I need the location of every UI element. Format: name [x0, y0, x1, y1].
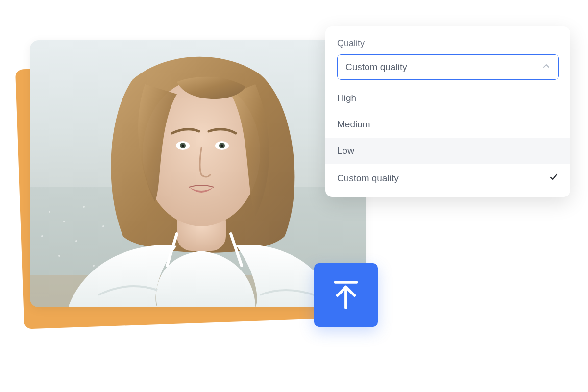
svg-point-7	[102, 225, 104, 227]
quality-label: Quality	[337, 38, 559, 49]
upload-button[interactable]	[314, 263, 378, 327]
quality-options: High Medium Low Custom quality	[325, 85, 570, 192]
svg-point-6	[75, 240, 77, 242]
upload-to-top-icon	[332, 279, 360, 311]
quality-select[interactable]: Custom quality	[337, 54, 559, 80]
svg-point-18	[221, 145, 223, 147]
svg-point-8	[58, 255, 60, 257]
option-label: Medium	[337, 119, 370, 130]
chevron-up-icon	[542, 62, 550, 73]
check-icon	[549, 172, 559, 184]
svg-point-5	[41, 235, 43, 237]
svg-point-3	[63, 220, 65, 222]
svg-point-17	[182, 145, 184, 147]
svg-point-2	[49, 211, 50, 213]
svg-point-4	[83, 206, 85, 208]
option-label: Low	[337, 146, 354, 156]
quality-option-high[interactable]: High	[325, 85, 570, 111]
option-label: High	[337, 93, 356, 103]
option-label: Custom quality	[337, 173, 399, 184]
quality-panel: Quality Custom quality High Medium Low C	[325, 26, 570, 197]
quality-option-low[interactable]: Low	[325, 138, 570, 164]
svg-point-9	[93, 265, 95, 267]
quality-option-medium[interactable]: Medium	[325, 111, 570, 138]
quality-select-value: Custom quality	[345, 62, 407, 73]
quality-option-custom[interactable]: Custom quality	[325, 164, 570, 192]
